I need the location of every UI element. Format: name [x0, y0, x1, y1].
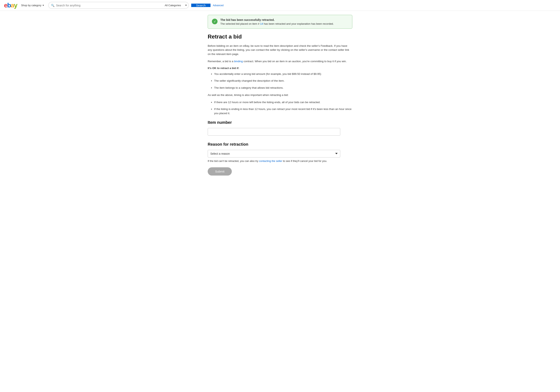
intro-paragraph-2: Remember, a bid is a binding contract. W…: [208, 59, 352, 63]
timing-bullet-1: If there are 12 hours or more left befor…: [214, 100, 352, 104]
main-content: ✓ The bid has been successfully retracte…: [204, 11, 356, 180]
success-banner: ✓ The bid has been successfully retracte…: [208, 15, 352, 29]
logo-a: a: [11, 2, 14, 9]
contacting-seller-link[interactable]: contacting the seller: [259, 160, 282, 163]
ok-bullets-list: You accidentally enter a wrong bid amoun…: [208, 72, 352, 90]
search-bar: 🔍 All Categories: [48, 2, 189, 9]
contacting-text: If the bid can't be retracted, you can a…: [208, 160, 340, 163]
item-number-link[interactable]: 14: [260, 22, 263, 25]
success-check-icon: ✓: [212, 19, 218, 24]
reason-heading: Reason for retraction: [208, 142, 340, 147]
timing-bullet-2: If the listing is ending in less than 12…: [214, 107, 352, 115]
ok-bullet-3: The item belongs to a category that allo…: [214, 86, 352, 90]
shop-by-category-label: Shop by category: [21, 4, 41, 7]
contacting-suffix: to see if they'll cancel your bid for yo…: [282, 160, 327, 163]
ok-heading: It's OK to retract a bid if:: [208, 67, 352, 70]
logo-b: b: [7, 2, 11, 9]
reason-select[interactable]: Select a reason Entered wrong bid amount…: [208, 150, 340, 157]
intro-p2-prefix: Remember, a bid is a: [208, 60, 234, 63]
logo-y: y: [14, 2, 17, 9]
header: ebay Shop by category ▼ 🔍 All Categories…: [0, 0, 560, 11]
success-title: The bid has been successfully retracted.: [220, 18, 334, 21]
form-section: Item number Reason for retraction Select…: [208, 120, 340, 176]
success-body-suffix: has been retracted and your explanation …: [263, 22, 334, 25]
success-text: The bid has been successfully retracted.…: [220, 18, 334, 25]
item-number-heading: Item number: [208, 120, 340, 125]
category-select[interactable]: All Categories: [162, 2, 188, 9]
search-icon: 🔍: [51, 4, 54, 7]
search-button[interactable]: Search: [191, 4, 210, 7]
submit-button[interactable]: Submit: [208, 167, 232, 176]
binding-link[interactable]: binding: [234, 60, 243, 63]
search-input[interactable]: [56, 4, 160, 7]
timing-paragraph: As well as the above, timing is also imp…: [208, 93, 352, 97]
intro-p2-suffix: contract. When you bid on an item in an …: [243, 60, 347, 63]
intro-paragraph-1: Before bidding on an item on eBay, be su…: [208, 44, 352, 56]
page-title: Retract a bid: [208, 34, 352, 40]
success-body-prefix: The selected bid placed on item #: [220, 22, 260, 25]
timing-bullets-list: If there are 12 hours or more left befor…: [208, 100, 352, 115]
chevron-down-icon: ▼: [42, 4, 44, 6]
shop-by-category-button[interactable]: Shop by category ▼: [20, 3, 46, 8]
ok-bullet-2: The seller significantly changed the des…: [214, 79, 352, 83]
success-body: The selected bid placed on item # 14 has…: [220, 22, 334, 25]
ok-bullet-1: You accidentally enter a wrong bid amoun…: [214, 72, 352, 76]
contacting-prefix: If the bid can't be retracted, you can a…: [208, 160, 259, 163]
ebay-logo[interactable]: ebay: [4, 2, 17, 9]
search-input-wrapper: 🔍: [49, 2, 162, 9]
advanced-link[interactable]: Advanced: [213, 4, 224, 7]
item-number-input[interactable]: [208, 128, 340, 136]
logo-e: e: [4, 2, 7, 9]
